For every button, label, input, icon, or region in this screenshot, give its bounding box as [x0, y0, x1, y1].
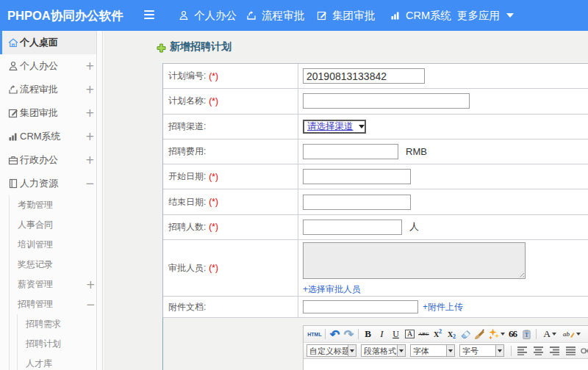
attachment-input[interactable] [303, 300, 418, 313]
sidebar-item-crm[interactable]: CRM系统 + [0, 125, 96, 148]
top-nav-label: CRM系统 [406, 9, 451, 23]
plan-number-input[interactable] [303, 68, 425, 84]
combo-caret-icon[interactable] [397, 345, 405, 356]
sidebar-item-personal-office[interactable]: 个人办公 + [0, 54, 96, 78]
sidebar-item-personal-desktop[interactable]: 个人桌面 [0, 31, 96, 54]
field-value-cell: 请选择渠道 [298, 115, 588, 139]
top-nav-crm[interactable]: CRM系统 [390, 0, 451, 31]
attachment-upload-link[interactable]: +附件上传 [423, 301, 463, 313]
field-value-cell [298, 189, 588, 214]
paragraph-format-combo[interactable]: 段落格式 [361, 344, 406, 357]
sidebar-item-recruit-plan[interactable]: 招聘计划 [18, 334, 96, 354]
required-mark: (*) [209, 172, 218, 182]
sidebar-item-attendance[interactable]: 考勤管理 [10, 195, 96, 215]
sidebar-item-label: 人才库 [26, 358, 52, 370]
superscript-icon[interactable]: X2 [431, 327, 445, 341]
resize-handle[interactable] [517, 271, 524, 278]
formatpainter-icon[interactable] [473, 327, 487, 341]
sidebar-item-salary[interactable]: 薪资管理 + [10, 275, 96, 294]
caret-down-icon [506, 13, 514, 18]
sidebar-item-training[interactable]: 培训管理 [10, 235, 96, 255]
edit-icon [7, 107, 19, 119]
field-label: 开始日期: [168, 170, 206, 183]
combo-caret-icon[interactable] [446, 345, 454, 356]
custom-title-combo[interactable]: 自定义标题 [306, 344, 356, 357]
font-size-combo[interactable]: 字号 [459, 344, 504, 357]
combo-caret-icon[interactable] [348, 345, 356, 356]
bold-icon[interactable]: B [361, 327, 375, 341]
eraser-icon[interactable] [459, 327, 473, 341]
expand-toggle[interactable]: + [85, 153, 95, 167]
currency-suffix: RMB [406, 146, 427, 157]
budget-input[interactable] [303, 144, 398, 159]
top-nav-label: 更多应用 [457, 9, 500, 23]
expand-toggle[interactable]: + [85, 59, 95, 73]
start-date-input[interactable] [303, 169, 411, 184]
top-nav-workflow-approval[interactable]: 流程审批 [245, 0, 304, 31]
sidebar-item-label: 集团审批 [20, 106, 58, 120]
align-justify-icon[interactable] [562, 344, 578, 358]
sidebar-item-recruit-mgmt[interactable]: 招聘管理 − [10, 294, 96, 314]
toolbar-separator [325, 329, 326, 339]
collapse-toggle[interactable]: − [86, 298, 96, 311]
sidebar-item-hr-contract[interactable]: 人事合同 [10, 215, 96, 235]
top-nav-more-apps[interactable]: 更多应用 [457, 0, 514, 31]
highlightcolor-icon[interactable]: ab [561, 327, 583, 341]
sidebar-item-admin-office[interactable]: 行政办公 + [0, 148, 96, 172]
pastetext-icon[interactable]: T [520, 327, 534, 341]
form-row-budget: 招聘费用: RMB [163, 139, 588, 164]
underline-icon[interactable]: U [389, 327, 403, 341]
strikethrough-icon[interactable]: ABC [417, 327, 431, 341]
sidebar-item-label: 招聘管理 [18, 298, 53, 311]
channel-select[interactable]: 请选择渠道 [303, 120, 366, 134]
headcount-input[interactable] [303, 220, 402, 235]
expand-toggle[interactable]: + [85, 83, 95, 96]
sidebar-item-label: 个人桌面 [20, 36, 58, 49]
align-center-icon[interactable] [530, 344, 546, 358]
align-right-icon[interactable] [546, 344, 562, 358]
collapse-toggle[interactable]: − [85, 177, 95, 190]
field-label-cell: 招聘费用: [163, 139, 298, 164]
align-left-icon[interactable] [514, 344, 530, 358]
expand-toggle[interactable]: + [86, 278, 96, 291]
sidebar-splitter[interactable] [98, 31, 103, 370]
choose-approver-link[interactable]: +选择审批人员 [303, 283, 361, 296]
toolbar-separator [536, 329, 537, 339]
fontborder-icon[interactable]: A [405, 330, 414, 338]
field-label-cell: 招聘人数:(*) [163, 215, 298, 239]
combo-caret-icon[interactable] [495, 345, 503, 356]
font-family-combo[interactable]: 字体 [410, 344, 455, 357]
expand-toggle[interactable]: + [85, 130, 95, 143]
redo-icon[interactable]: ↷ [342, 327, 356, 341]
undo-icon[interactable]: ↶ [328, 327, 342, 341]
end-date-input[interactable] [303, 195, 411, 210]
approver-textarea[interactable] [303, 242, 526, 279]
sidebar-item-label: 人事合同 [18, 219, 53, 231]
field-label-cell: 计划编号:(*) [163, 64, 298, 88]
subscript-icon[interactable]: X2 [445, 327, 459, 341]
top-nav-personal-office[interactable]: 个人办公 [178, 0, 237, 31]
source-code-button[interactable]: HTML [306, 327, 323, 341]
field-label-cell: 结束日期:(*) [163, 189, 298, 214]
sidebar-item-talent-pool[interactable]: 人才库 [18, 354, 96, 370]
field-value-cell: RMB [298, 139, 588, 164]
fontcolor-icon[interactable]: A [539, 327, 561, 341]
page-title-row: 新增招聘计划 [157, 40, 232, 54]
italic-icon[interactable]: I [375, 327, 389, 341]
sidebar-item-group-approval[interactable]: 集团审批 + [0, 101, 96, 125]
expand-toggle[interactable]: + [85, 106, 95, 120]
sidebar-item-hr[interactable]: 人力资源 − [0, 172, 96, 195]
sidebar-item-workflow-approval[interactable]: 流程审批 + [0, 78, 96, 101]
sidebar-submenu-hr: 考勤管理 人事合同 培训管理 奖惩记录 薪资管理 + 招聘管理 − 招聘需求 [9, 195, 96, 370]
editor-content-area[interactable] [304, 359, 588, 370]
blockquote-icon[interactable]: 66 [506, 327, 520, 341]
sidebar-item-recruit-demand[interactable]: 招聘需求 [18, 314, 96, 334]
sidebar-item-rewards[interactable]: 奖惩记录 [10, 255, 96, 275]
autotypeset-icon[interactable] [487, 327, 506, 341]
user-icon [7, 60, 19, 72]
plan-name-input[interactable] [303, 93, 470, 109]
link-icon[interactable] [578, 344, 588, 358]
user-icon [178, 10, 190, 21]
caret-down-icon [576, 333, 581, 335]
top-nav-group-approval[interactable]: 集团审批 [316, 0, 375, 31]
